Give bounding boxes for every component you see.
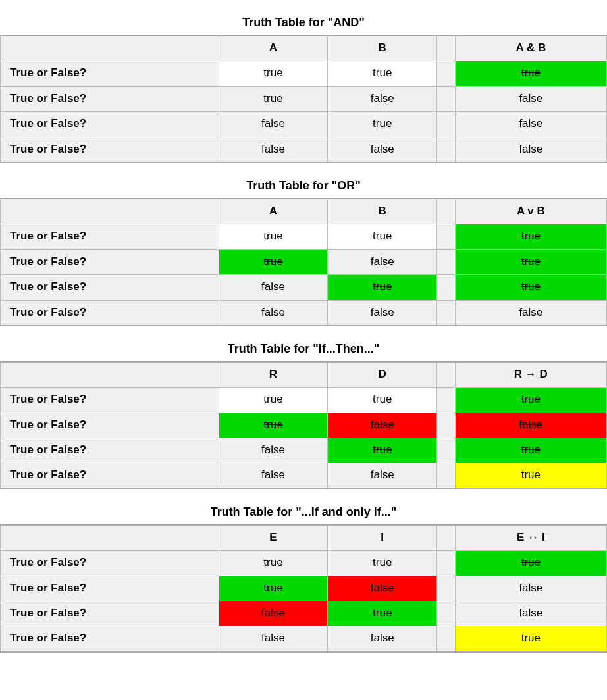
cell-result: true [455, 388, 606, 413]
row-label: True or False? [1, 224, 219, 249]
cell-a: false [219, 463, 328, 489]
col-header-gap [437, 525, 456, 551]
col-header-result: A & B [455, 36, 606, 61]
cell-a: true [219, 413, 328, 438]
table-row: True or False?falsetruetrue [1, 438, 607, 463]
cell-gap [437, 61, 456, 86]
cell-b: true [328, 275, 437, 300]
cell-b: true [328, 601, 437, 626]
row-label: True or False? [1, 601, 219, 626]
cell-result: true [455, 249, 606, 274]
col-header-gap [437, 36, 456, 61]
col-header-gap [437, 199, 456, 224]
cell-b: false [328, 626, 437, 652]
col-header-a: E [219, 525, 328, 551]
table-title: Truth Table for "...If and only if..." [0, 505, 607, 519]
cell-result: true [455, 626, 606, 652]
cell-b: true [328, 388, 437, 413]
cell-b: false [328, 86, 437, 111]
cell-gap [437, 601, 456, 626]
cell-gap [437, 438, 456, 463]
cell-result: true [455, 61, 606, 86]
table-title: Truth Table for "If...Then..." [0, 342, 607, 356]
table-row: True or False?falsefalsetrue [1, 463, 607, 489]
col-header-b: I [328, 525, 437, 551]
cell-b: false [328, 463, 437, 489]
table-row: True or False?falsetruefalse [1, 601, 607, 626]
col-header-b: D [328, 362, 437, 388]
truth-table-body: True or False?truetruetrueTrue or False?… [1, 551, 607, 652]
cell-result: false [455, 601, 606, 626]
table-row: True or False?falsetruefalse [1, 112, 607, 137]
cell-a: false [219, 137, 328, 162]
cell-result: true [455, 438, 606, 463]
cell-b: false [328, 300, 437, 326]
col-header-result: R → D [455, 362, 606, 388]
col-header-result: A v B [455, 199, 606, 224]
cell-gap [437, 300, 456, 326]
row-label: True or False? [1, 438, 219, 463]
cell-gap [437, 388, 456, 413]
table-row: True or False?truefalsefalse [1, 413, 607, 438]
cell-a: false [219, 112, 328, 137]
truth-tables-page: Truth Table for "AND" A B A & B True or … [0, 16, 607, 679]
row-label: True or False? [1, 86, 219, 111]
cell-a: true [219, 388, 328, 413]
cell-result: false [455, 413, 606, 438]
cell-b: true [328, 551, 437, 576]
cell-gap [437, 137, 456, 162]
row-label: True or False? [1, 463, 219, 489]
cell-gap [437, 224, 456, 249]
cell-b: true [328, 438, 437, 463]
cell-result: true [455, 463, 606, 489]
cell-a: false [219, 438, 328, 463]
row-label: True or False? [1, 413, 219, 438]
row-label: True or False? [1, 626, 219, 652]
row-label: True or False? [1, 388, 219, 413]
cell-a: false [219, 601, 328, 626]
col-header-blank [1, 362, 219, 388]
cell-gap [437, 551, 456, 576]
cell-a: false [219, 626, 328, 652]
cell-a: true [219, 61, 328, 86]
cell-b: true [328, 224, 437, 249]
cell-a: true [219, 551, 328, 576]
truth-table-body: True or False?truetruetrueTrue or False?… [1, 388, 607, 489]
cell-result: true [455, 551, 606, 576]
cell-b: false [328, 249, 437, 274]
row-label: True or False? [1, 576, 219, 601]
table-row: True or False?truefalsetrue [1, 249, 607, 274]
row-label: True or False? [1, 137, 219, 162]
row-label: True or False? [1, 249, 219, 274]
cell-result: true [455, 224, 606, 249]
table-row: True or False?truetruetrue [1, 551, 607, 576]
table-row: True or False?truetruetrue [1, 224, 607, 249]
col-header-b: B [328, 199, 437, 224]
truth-table-and: A B A & B True or False?truetruetrueTrue… [0, 35, 607, 163]
table-title: Truth Table for "AND" [0, 16, 607, 30]
cell-result: false [455, 137, 606, 162]
cell-result: true [455, 275, 606, 300]
col-header-a: R [219, 362, 328, 388]
truth-table-body: True or False?truetruetrueTrue or False?… [1, 61, 607, 162]
cell-a: false [219, 300, 328, 326]
truth-table-body: True or False?truetruetrueTrue or False?… [1, 224, 607, 326]
col-header-gap [437, 362, 456, 388]
cell-a: true [219, 86, 328, 111]
truth-table-implies: R D R → D True or False?truetruetrueTrue… [0, 361, 607, 489]
table-row: True or False?truetruetrue [1, 61, 607, 86]
row-label: True or False? [1, 112, 219, 137]
table-row: True or False?falsefalsefalse [1, 300, 607, 326]
cell-a: true [219, 249, 328, 274]
cell-gap [437, 626, 456, 652]
col-header-b: B [328, 36, 437, 61]
row-label: True or False? [1, 61, 219, 86]
cell-b: false [328, 137, 437, 162]
table-row: True or False?falsefalsefalse [1, 137, 607, 162]
col-header-blank [1, 199, 219, 224]
cell-gap [437, 275, 456, 300]
table-row: True or False?truetruetrue [1, 388, 607, 413]
cell-gap [437, 86, 456, 111]
cell-a: false [219, 275, 328, 300]
cell-gap [437, 413, 456, 438]
